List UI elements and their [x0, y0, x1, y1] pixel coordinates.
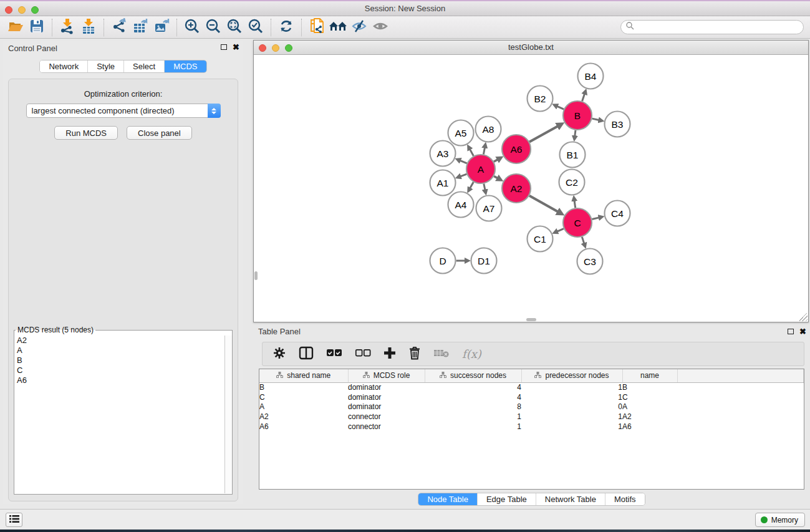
houses-button[interactable] [327, 18, 349, 37]
node-B[interactable]: B [563, 101, 592, 130]
zoom-out-button[interactable] [203, 18, 224, 37]
column-header-predecessor-nodes[interactable]: predecessor nodes [521, 369, 622, 382]
edge-B-B3[interactable] [592, 118, 599, 120]
edge-A-A2[interactable] [494, 176, 498, 178]
edge-B-B2[interactable] [557, 106, 564, 109]
table-settings-button[interactable] [272, 345, 286, 364]
tab-network[interactable]: Network [40, 60, 88, 72]
zoom-in-button[interactable] [181, 18, 203, 37]
column-header-shared-name[interactable]: shared name [259, 369, 348, 382]
refresh-button[interactable] [276, 18, 297, 37]
export-image-button[interactable] [151, 18, 172, 37]
result-item[interactable]: A6 [15, 375, 224, 385]
task-history-button[interactable] [6, 513, 22, 527]
column-header-MCDS-role[interactable]: MCDS role [348, 369, 425, 382]
edge-C-C4[interactable] [592, 218, 599, 220]
run-mcds-button[interactable]: Run MCDS [54, 126, 118, 140]
float-table-panel-icon[interactable] [788, 329, 794, 334]
node-A[interactable]: A [466, 155, 495, 183]
node-A4[interactable]: A4 [448, 192, 474, 218]
result-item[interactable]: A [15, 346, 224, 355]
hide-graphics-details-button[interactable] [349, 18, 370, 37]
result-item[interactable]: C [15, 365, 224, 375]
tab-edge-table[interactable]: Edge Table [478, 493, 536, 505]
function-builder-icon[interactable]: f(x) [462, 347, 481, 360]
table-row[interactable]: Bdominator41B [259, 382, 804, 392]
edge-A-A4[interactable] [470, 182, 474, 188]
node-D[interactable]: D [430, 248, 456, 274]
table-row[interactable]: A2connector11A2 [259, 412, 804, 422]
table-row[interactable]: Cdominator41C [259, 392, 804, 402]
edge-B-B1[interactable] [575, 130, 576, 136]
tab-motifs[interactable]: Motifs [605, 493, 645, 505]
edge-A6-B[interactable] [529, 126, 558, 142]
edge-C-C3[interactable] [582, 237, 584, 244]
edge-A-A5[interactable] [470, 149, 474, 156]
resize-grip[interactable] [799, 313, 808, 321]
edge-A-A6[interactable] [494, 160, 498, 162]
edge-C-C2[interactable] [574, 201, 576, 208]
zoom-selected-button[interactable] [245, 18, 266, 37]
table-row[interactable]: Adominator80A [259, 402, 804, 412]
delete-column-button[interactable] [408, 345, 421, 364]
column-header-successor-nodes[interactable]: successor nodes [425, 369, 521, 382]
node-D1[interactable]: D1 [471, 248, 497, 274]
close-panel-button[interactable]: Close panel [127, 126, 192, 140]
node-B1[interactable]: B1 [560, 142, 586, 168]
export-network-button[interactable] [108, 18, 130, 37]
tab-node-table[interactable]: Node Table [418, 493, 478, 505]
close-panel-icon[interactable]: ✖ [233, 44, 239, 51]
tab-mcds[interactable]: MCDS [165, 60, 206, 72]
edge-A-A1[interactable] [460, 174, 466, 177]
node-A3[interactable]: A3 [430, 141, 456, 167]
result-item[interactable]: A2 [15, 336, 224, 346]
tab-network-table[interactable]: Network Table [536, 493, 605, 505]
zoom-fit-button[interactable] [224, 18, 245, 37]
node-B4[interactable]: B4 [578, 64, 604, 89]
node-A6[interactable]: A6 [502, 135, 531, 163]
vertical-scroll-thumb[interactable] [254, 271, 258, 280]
node-B3[interactable]: B3 [605, 112, 630, 137]
tab-select[interactable]: Select [124, 60, 165, 72]
new-network-from-selection-button[interactable] [306, 18, 327, 37]
open-session-button[interactable] [5, 18, 26, 37]
result-item[interactable]: B [15, 355, 224, 365]
node-C1[interactable]: C1 [528, 226, 553, 252]
node-C3[interactable]: C3 [577, 249, 603, 274]
import-table-button[interactable] [78, 18, 99, 37]
float-panel-icon[interactable] [221, 44, 227, 50]
node-A8[interactable]: A8 [476, 117, 501, 142]
edge-C-C1[interactable] [557, 229, 564, 231]
node-A5[interactable]: A5 [448, 120, 474, 146]
criterion-select[interactable]: largest connected component (directed) [26, 104, 221, 118]
network-canvas[interactable]: B4B2BB3A5A8A6A3AB1A1C2A2A4A7CC4C1C3DD1 [254, 56, 808, 322]
export-table-button[interactable] [130, 18, 151, 37]
horizontal-scroll-thumb[interactable] [526, 318, 536, 321]
select-all-checkboxes-button[interactable] [326, 345, 342, 364]
node-C[interactable]: C [563, 208, 592, 237]
delete-table-button[interactable] [433, 345, 450, 364]
import-network-button[interactable] [57, 18, 78, 37]
edge-B-B4[interactable] [582, 94, 585, 102]
edge-A-A3[interactable] [460, 160, 467, 163]
edge-A2-C[interactable] [529, 196, 558, 212]
node-A7[interactable]: A7 [476, 196, 502, 221]
node-B2[interactable]: B2 [528, 86, 553, 112]
network-window-titlebar[interactable]: testGlobe.txt [254, 41, 808, 55]
deselect-all-checkboxes-button[interactable] [355, 345, 371, 364]
edge-A-A8[interactable] [483, 148, 485, 155]
add-column-button[interactable] [383, 345, 396, 364]
column-header-name[interactable]: name [622, 369, 677, 382]
show-graphics-details-button[interactable] [370, 18, 391, 37]
split-columns-button[interactable] [299, 345, 314, 364]
tab-style[interactable]: Style [88, 60, 124, 72]
node-C4[interactable]: C4 [605, 201, 630, 226]
search-input[interactable] [635, 22, 803, 33]
close-table-panel-icon[interactable]: ✖ [799, 328, 806, 335]
table-row[interactable]: A6connector11A6 [259, 422, 804, 432]
result-scrollbar[interactable] [224, 336, 232, 493]
node-table[interactable]: shared nameMCDS rolesuccessor nodesprede… [259, 369, 804, 490]
node-A2[interactable]: A2 [502, 174, 531, 203]
edge-A-A7[interactable] [484, 184, 485, 190]
node-A1[interactable]: A1 [430, 170, 456, 196]
